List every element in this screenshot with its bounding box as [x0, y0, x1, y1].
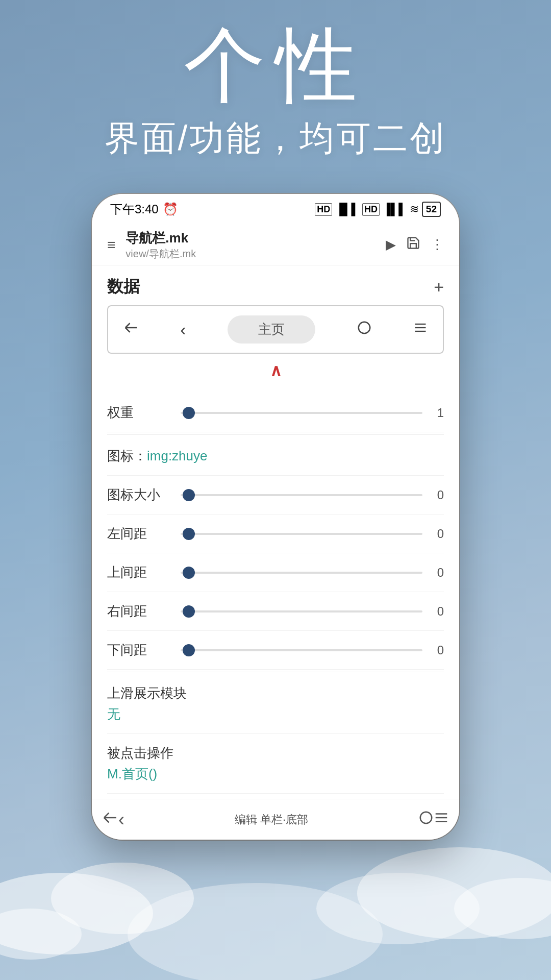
hero-title: 个性	[0, 20, 551, 110]
slider-top-margin[interactable]	[181, 572, 422, 574]
label-icon: 图标：img:zhuye	[107, 448, 208, 463]
bottom-home-icon[interactable]	[418, 810, 434, 829]
svg-point-4	[454, 878, 551, 939]
data-section: 数据 + ‹ 主页	[92, 265, 459, 388]
hd-icon2: HD	[362, 203, 380, 216]
bottom-nav-label: 编辑 单栏·底部	[124, 812, 418, 827]
header-title-main: 导航栏.mk	[126, 229, 375, 247]
nav-menu-icon[interactable]	[413, 321, 428, 338]
slider-thumb-top-margin[interactable]	[183, 567, 195, 579]
setting-row-left-margin: 左间距 0	[107, 514, 444, 553]
bottom-menu-icon[interactable]	[434, 810, 449, 829]
bottom-back-icon[interactable]	[102, 810, 118, 829]
slider-thumb-weight[interactable]	[183, 407, 195, 419]
setting-row-right-margin: 右间距 0	[107, 592, 444, 631]
settings-content: 权重 1 图标：img:zhuye 图标大小	[92, 388, 459, 799]
label-weight: 权重	[107, 404, 173, 422]
header-title-sub: view/导航栏.mk	[126, 247, 375, 261]
nav-chevron-icon[interactable]: ‹	[180, 320, 186, 339]
collapse-chevron[interactable]: ∧	[107, 361, 444, 380]
bottom-chevron-icon[interactable]: ‹	[118, 809, 124, 830]
status-time: 下午3:40	[110, 201, 159, 217]
slider-right-margin[interactable]	[181, 610, 422, 612]
alarm-icon: ⏰	[163, 202, 178, 216]
save-button[interactable]	[406, 236, 420, 254]
slider-bottom-margin[interactable]	[181, 649, 422, 651]
slider-thumb-left-margin[interactable]	[183, 528, 195, 540]
slider-thumb-icon-size[interactable]	[183, 489, 195, 501]
slider-track-top-margin[interactable]	[181, 572, 422, 574]
header-actions: ▶ ⋮	[386, 236, 444, 254]
divider-1	[107, 434, 444, 435]
svg-point-11	[420, 812, 432, 824]
data-title: 数据	[107, 276, 140, 298]
label-click-action: 被点击操作	[107, 744, 444, 762]
value-icon[interactable]: img:zhuye	[147, 448, 208, 463]
status-right: HD ▐▌▌ HD ▐▌▌ ≋ 52	[315, 202, 441, 217]
slider-track-bottom-margin[interactable]	[181, 649, 422, 651]
app-header: ≡ 导航栏.mk view/导航栏.mk ▶ ⋮	[92, 225, 459, 265]
signal-bars1: ▐▌▌	[335, 203, 359, 216]
svg-point-7	[359, 322, 370, 334]
nav-circle-icon[interactable]	[357, 320, 372, 339]
phone-mockup: 下午3:40 ⏰ HD ▐▌▌ HD ▐▌▌ ≋ 52 ≡ 导航栏.mk vie…	[92, 194, 459, 840]
value-slide-show[interactable]: 无	[107, 705, 444, 723]
battery-display: 52	[422, 202, 441, 217]
slider-track-left-margin[interactable]	[181, 533, 422, 535]
value-bottom-margin: 0	[430, 643, 444, 657]
slider-thumb-bottom-margin[interactable]	[183, 644, 195, 656]
setting-row-slide-show: 上滑展示模块 无	[107, 674, 444, 734]
label-bottom-margin: 下间距	[107, 641, 173, 659]
add-data-button[interactable]: +	[434, 277, 444, 297]
value-icon-size: 0	[430, 488, 444, 502]
hd-icon1: HD	[315, 203, 332, 216]
slider-thumb-right-margin[interactable]	[183, 605, 195, 618]
divider-2	[107, 672, 444, 672]
slider-left-margin[interactable]	[181, 533, 422, 535]
bottom-nav: ‹ 编辑 单栏·底部	[92, 799, 459, 840]
value-weight: 1	[430, 406, 444, 420]
svg-point-6	[128, 883, 383, 980]
svg-point-0	[0, 873, 153, 954]
value-left-margin: 0	[430, 527, 444, 541]
data-header: 数据 +	[107, 276, 444, 298]
status-left: 下午3:40 ⏰	[110, 201, 178, 217]
value-click-action[interactable]: M.首页()	[107, 765, 444, 783]
setting-row-icon: 图标：img:zhuye	[107, 437, 444, 476]
slider-track-icon-size[interactable]	[181, 494, 422, 496]
hero-subtitle: 界面/功能，均可二创	[0, 115, 551, 162]
setting-row-click-action: 被点击操作 M.首页()	[107, 734, 444, 794]
setting-row-icon-size: 图标大小 0	[107, 476, 444, 514]
nav-back-icon[interactable]	[123, 320, 139, 339]
nav-preview-bar: ‹ 主页	[107, 305, 444, 354]
svg-point-1	[51, 863, 194, 934]
signal-bars2: ▐▌▌	[383, 203, 407, 216]
setting-row-bottom-margin: 下间距 0	[107, 631, 444, 670]
label-top-margin: 上间距	[107, 564, 173, 581]
slider-track-right-margin[interactable]	[181, 610, 422, 612]
svg-point-2	[0, 909, 82, 960]
label-left-margin: 左间距	[107, 525, 173, 543]
value-right-margin: 0	[430, 604, 444, 619]
label-icon-size: 图标大小	[107, 486, 173, 504]
setting-row-top-margin: 上间距 0	[107, 553, 444, 592]
setting-row-weight: 权重 1	[107, 394, 444, 432]
status-bar: 下午3:40 ⏰ HD ▐▌▌ HD ▐▌▌ ≋ 52	[92, 194, 459, 225]
slider-weight[interactable]	[181, 412, 422, 414]
svg-point-3	[357, 847, 551, 939]
value-top-margin: 0	[430, 566, 444, 580]
header-title-block: 导航栏.mk view/导航栏.mk	[126, 229, 375, 261]
menu-button[interactable]: ≡	[107, 237, 115, 253]
slider-icon-size[interactable]	[181, 494, 422, 496]
label-slide-show: 上滑展示模块	[107, 684, 444, 702]
wifi-icon: ≋	[410, 203, 419, 216]
nav-home-button[interactable]: 主页	[228, 315, 315, 344]
more-button[interactable]: ⋮	[431, 237, 444, 253]
hero-section: 个性 界面/功能，均可二创	[0, 20, 551, 162]
phone-content: 数据 + ‹ 主页	[92, 265, 459, 799]
slider-track-weight[interactable]	[181, 412, 422, 414]
label-right-margin: 右间距	[107, 602, 173, 620]
svg-point-5	[316, 873, 480, 944]
play-button[interactable]: ▶	[386, 237, 396, 253]
